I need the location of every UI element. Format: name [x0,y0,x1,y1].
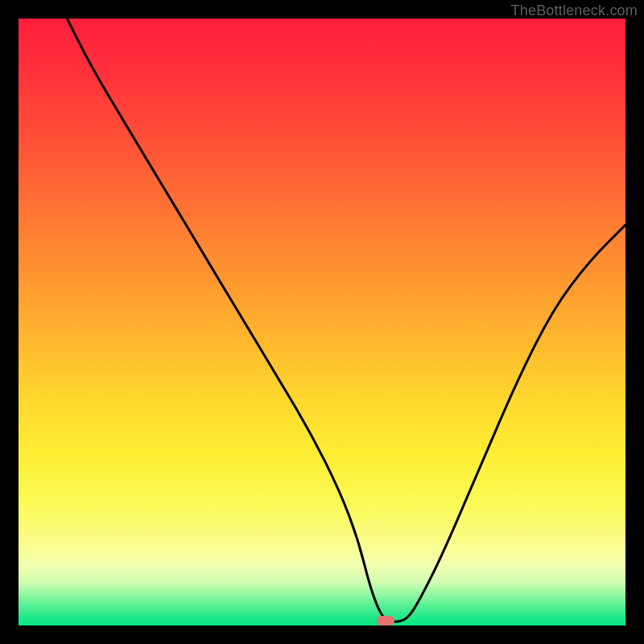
chart-frame: TheBottleneck.com [0,0,644,644]
bottleneck-curve [19,19,625,625]
optimum-marker [377,616,394,625]
watermark-text: TheBottleneck.com [511,2,638,19]
plot-area [19,19,625,625]
